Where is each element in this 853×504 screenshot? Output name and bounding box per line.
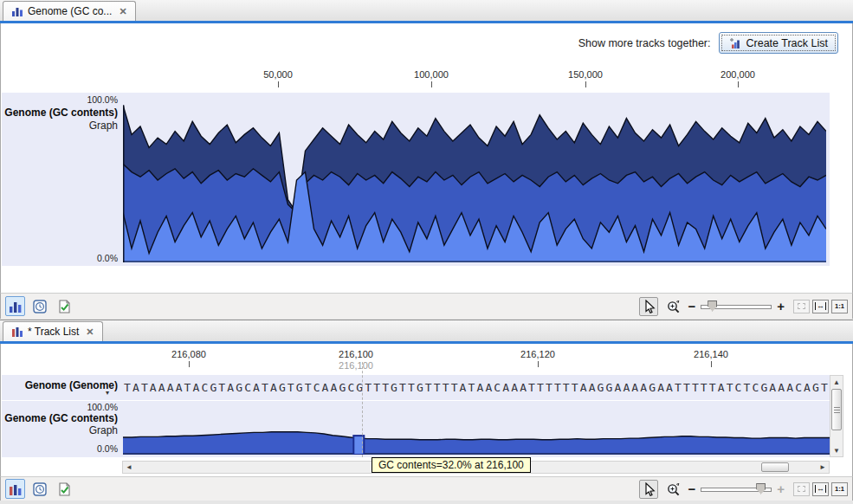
sequence-base: G	[338, 375, 346, 400]
fit-width-button[interactable]: ↔	[812, 482, 829, 496]
sequence-base: C	[243, 375, 252, 400]
zoom-out-button[interactable]: −	[688, 482, 695, 495]
zoom-to-selection-button[interactable]	[793, 300, 810, 313]
zoom-100-button[interactable]: 1:1	[831, 482, 848, 496]
y-max-label: 100.0%	[87, 402, 118, 412]
zoom-tool-button[interactable]	[663, 480, 682, 499]
sequence-base: T	[820, 375, 829, 400]
sequence-base: T	[372, 375, 381, 400]
sequence-base: C	[346, 375, 355, 400]
scroll-up-icon[interactable]: ▲	[830, 376, 843, 388]
zoom-slider[interactable]	[701, 300, 772, 313]
dna-sequence[interactable]: TATAAAATACGTAGCATAGTGTCAAGCGTTTGTTGTTTTA…	[123, 375, 830, 400]
sequence-base: G	[605, 375, 614, 400]
fit-width-icon: ↔	[815, 485, 826, 493]
zoom-slider-handle[interactable]	[756, 483, 766, 494]
thumb-grip	[834, 407, 840, 408]
sequence-base: C	[751, 375, 759, 400]
graph-view-button[interactable]	[5, 296, 25, 316]
sequence-base: T	[691, 375, 700, 400]
window: { "icons": { "close": "✕", "dropdown": "…	[0, 0, 853, 504]
track-label-column: 100.0% Genome (GC contents) Graph 0.0%	[2, 401, 121, 457]
top-tabbar: Genome (GC co... ✕	[0, 0, 853, 21]
selection-box-icon	[798, 486, 805, 492]
sequence-base: G	[759, 375, 768, 400]
ruler-tick-mark	[711, 361, 712, 367]
zoom-slider-handle[interactable]	[708, 300, 717, 312]
sequence-base: A	[622, 375, 630, 400]
sequence-base: T	[364, 375, 372, 400]
sequence-base: A	[768, 375, 777, 400]
ruler-tick-mark	[189, 361, 190, 367]
vertical-scrollbar-thumb[interactable]	[831, 389, 842, 430]
fit-buttons: ↔ 1:1	[793, 482, 848, 496]
zoom-in-button[interactable]: +	[777, 482, 785, 495]
sequence-base: A	[321, 375, 330, 400]
zoom-in-button[interactable]: +	[777, 300, 785, 313]
tab-track-list[interactable]: * Track List ✕	[3, 321, 103, 341]
sequence-base: G	[278, 375, 287, 400]
close-icon[interactable]: ✕	[119, 6, 126, 17]
scroll-right-icon[interactable]: ►	[817, 462, 829, 473]
sequence-base: G	[416, 375, 424, 400]
tab-genome-gc[interactable]: Genome (GC co... ✕	[3, 1, 136, 21]
top-content: Show more tracks together: Create Track …	[0, 23, 853, 293]
sequence-base: A	[501, 375, 510, 400]
create-track-list-button[interactable]: Create Track List	[719, 32, 838, 54]
sequence-base: A	[175, 375, 184, 400]
ruler-tick-mark	[738, 81, 739, 87]
scroll-left-icon[interactable]: ◄	[123, 462, 135, 473]
cursor-arrow-icon	[642, 482, 656, 496]
history-icon	[32, 299, 48, 314]
bottom-content: 216,100 216,080216,100216,120216,140 Gen…	[0, 344, 853, 476]
track-list-view-button[interactable]	[5, 479, 25, 499]
sequence-base: G	[597, 375, 605, 400]
sequence-base: A	[639, 375, 648, 400]
history-view-button[interactable]	[29, 296, 49, 316]
element-info-button[interactable]	[54, 296, 74, 316]
vertical-scrollbar[interactable]: ▲ ▼	[830, 375, 843, 457]
zoom-100-button[interactable]: 1:1	[831, 300, 848, 313]
history-view-button[interactable]	[29, 479, 49, 499]
sequence-base: T	[562, 375, 571, 400]
gc-detail-chart[interactable]	[123, 404, 830, 455]
sequence-base: A	[132, 375, 140, 400]
zoom-out-button[interactable]: −	[688, 300, 695, 313]
sequence-base: C	[200, 375, 209, 400]
track-list-icon	[11, 326, 23, 338]
track-name: Genome (GC contents)	[4, 107, 118, 119]
sequence-base: T	[424, 375, 433, 400]
zoom-tool-button[interactable]	[663, 297, 682, 316]
create-track-row: Show more tracks together: Create Track …	[578, 32, 838, 54]
fit-width-button[interactable]: ↔	[812, 300, 829, 313]
sequence-track: Genome (Genome) ▾ TATAAAATACGTAGCATAGTGT…	[2, 375, 830, 400]
pan-select-tool-button[interactable]	[639, 297, 658, 316]
y-max-label: 100.0%	[87, 94, 118, 105]
horizontal-scrollbar-thumb[interactable]	[761, 462, 789, 472]
gc-overview-chart[interactable]	[123, 98, 826, 262]
pan-select-tool-button[interactable]	[639, 480, 658, 499]
track-dropdown-icon[interactable]: ▾	[106, 389, 109, 397]
sequence-base: A	[484, 375, 493, 400]
zoom-to-selection-button[interactable]	[793, 482, 810, 496]
panel-edge	[0, 501, 853, 504]
ruler-tick-label: 150,000	[568, 69, 603, 80]
sequence-base: T	[304, 375, 313, 400]
sequence-base: A	[803, 375, 811, 400]
scroll-down-icon[interactable]: ▼	[830, 444, 843, 456]
bar-chart-icon	[11, 5, 23, 17]
fit-width-icon: ↔	[815, 302, 826, 310]
element-info-button[interactable]	[54, 479, 74, 499]
fit-buttons: ↔ 1:1	[793, 300, 848, 313]
sequence-base: T	[442, 375, 450, 400]
gc-tooltip: GC contents=32.0% at 216,100	[372, 457, 531, 473]
sequence-base: T	[287, 375, 295, 400]
zoom-slider[interactable]	[701, 483, 772, 495]
sequence-base: A	[330, 375, 339, 400]
sequence-base: C	[493, 375, 501, 400]
history-icon	[32, 481, 48, 497]
magnifier-plus-icon	[666, 299, 681, 313]
sequence-base: G	[648, 375, 656, 400]
close-icon[interactable]: ✕	[86, 326, 94, 338]
sequence-base: G	[209, 375, 217, 400]
